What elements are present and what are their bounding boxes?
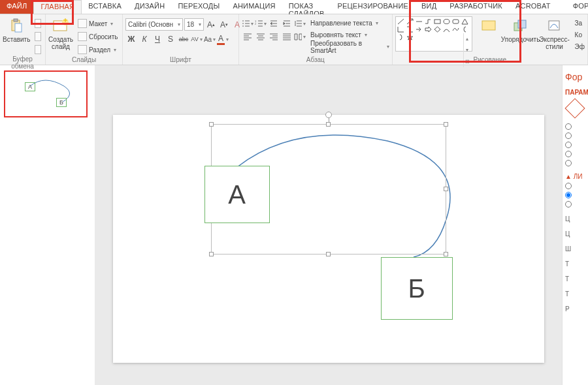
line-option-3[interactable] (565, 201, 585, 208)
tab-view[interactable]: ВИД (415, 0, 443, 14)
increase-indent-button[interactable] (281, 18, 293, 29)
shape-connector-icon[interactable] (424, 18, 433, 25)
line-option-2[interactable] (565, 192, 585, 198)
shapes-gallery[interactable]: ▴ ▾ ⊟ (395, 16, 472, 52)
shrink-font-button[interactable]: A▾ (218, 19, 230, 31)
font-color-button[interactable]: A▾ (217, 33, 229, 45)
shape-effects-button[interactable]: Эф (573, 41, 585, 52)
side-item-1[interactable]: Ц (565, 230, 585, 238)
align-center-button[interactable] (255, 31, 267, 42)
shape-rect-icon[interactable] (433, 18, 442, 25)
new-slide-button[interactable]: Создать слайд (48, 16, 73, 55)
resize-handle-s[interactable] (326, 252, 331, 256)
shape-triangle-icon[interactable] (461, 18, 470, 25)
reset-button[interactable]: Сбросить (76, 31, 120, 42)
char-spacing-button[interactable]: AV▾ (191, 33, 203, 45)
grow-font-button[interactable]: A▴ (205, 19, 217, 31)
fill-option-2[interactable] (565, 132, 585, 139)
font-name-select[interactable]: Calibri (Основн▾ (125, 18, 183, 31)
tab-animation[interactable]: АНИМАЦИЯ (226, 0, 282, 14)
rotate-handle[interactable] (325, 112, 332, 118)
align-right-button[interactable] (268, 31, 280, 42)
fill-option-1[interactable] (565, 123, 585, 130)
quick-styles-button[interactable]: Экспресс- стили (539, 16, 570, 55)
fill-option-4[interactable] (565, 151, 585, 157)
font-size-select[interactable]: 18▾ (184, 18, 204, 31)
text-direction-button[interactable]: Направление текста▾ (308, 18, 389, 29)
resize-handle-ne[interactable] (444, 122, 448, 127)
format-painter-button[interactable] (33, 44, 43, 55)
shape-box-a[interactable]: А (204, 166, 270, 223)
arrange-button[interactable]: Упорядочить (505, 16, 536, 55)
side-item-5[interactable]: Т (565, 290, 585, 298)
shape-arrow-icon[interactable] (406, 18, 415, 25)
shape-line2-icon[interactable] (415, 18, 424, 25)
shape-arrow-block-icon[interactable] (424, 25, 433, 33)
shape-oval-icon[interactable] (442, 18, 451, 25)
tab-insert[interactable]: ВСТАВКА (82, 0, 128, 14)
resize-handle-se[interactable] (444, 252, 448, 256)
shape-box-b[interactable]: Б (381, 257, 453, 320)
shape-star-icon[interactable] (406, 33, 415, 41)
tab-home[interactable]: ГЛАВНАЯ (33, 0, 82, 14)
slide[interactable]: А Б (113, 115, 544, 363)
resize-handle-e[interactable] (444, 187, 448, 191)
resize-handle-n[interactable] (326, 122, 331, 127)
line-spacing-button[interactable]: ▾ (294, 18, 306, 29)
side-item-2[interactable]: Ш (565, 245, 585, 253)
justify-button[interactable] (281, 31, 293, 42)
smartart-button[interactable]: Преобразовать в SmartArt▾ (308, 41, 389, 52)
bullets-button[interactable]: ▾ (242, 18, 253, 29)
shape-fill-button[interactable]: За (573, 18, 585, 29)
shape-brace-l-icon[interactable] (461, 25, 470, 33)
align-left-button[interactable] (242, 31, 253, 42)
shape-brace-r-icon[interactable] (397, 33, 406, 41)
side-item-3[interactable]: Т (565, 260, 585, 268)
fill-option-3[interactable] (565, 142, 585, 148)
shape-preview[interactable] (475, 16, 502, 55)
side-item-0[interactable]: Ц (565, 215, 585, 223)
fill-option-5[interactable] (565, 160, 585, 166)
tab-slideshow[interactable]: ПОКАЗ СЛАЙДОВ (282, 0, 331, 14)
shape-line-icon[interactable] (397, 18, 406, 25)
numbering-button[interactable]: 12▾ (255, 18, 267, 29)
shape-elbow-icon[interactable] (397, 25, 406, 33)
shape-diamond-icon[interactable] (433, 25, 442, 33)
tab-file[interactable]: ФАЙЛ (0, 0, 33, 14)
decrease-indent-button[interactable] (268, 18, 280, 29)
paste-button[interactable]: Вставить (3, 16, 30, 55)
columns-button[interactable]: ▾ (294, 31, 306, 42)
resize-handle-nw[interactable] (209, 122, 214, 127)
bold-button[interactable]: Ж (125, 33, 137, 45)
gallery-up-icon[interactable]: ▴ (464, 33, 471, 44)
shadow-button[interactable]: S (165, 33, 176, 45)
align-text-button[interactable]: Выровнять текст▾ (308, 29, 389, 40)
tab-review[interactable]: РЕЦЕНЗИРОВАНИЕ (331, 0, 415, 14)
slide-canvas[interactable]: А Б (95, 65, 562, 385)
layout-button[interactable]: Макет▾ (76, 18, 120, 29)
italic-button[interactable]: К (139, 33, 150, 45)
slide-thumb-1[interactable]: А Б (4, 70, 88, 117)
tab-developer[interactable]: РАЗРАБОТЧИК (443, 0, 509, 14)
shape-rrect-icon[interactable] (451, 18, 461, 25)
section-button[interactable]: Раздел▾ (76, 44, 120, 55)
shape-outline-button[interactable]: Ко (573, 29, 585, 40)
tab-acrobat[interactable]: ACROBAT (509, 0, 557, 14)
tab-format[interactable]: ФОРМАТ (566, 0, 588, 14)
change-case-button[interactable]: Aa▾ (204, 33, 216, 45)
paint-bucket-icon[interactable] (564, 98, 585, 118)
resize-handle-sw[interactable] (209, 252, 214, 256)
strike-button[interactable]: abc (178, 33, 189, 45)
tab-design[interactable]: ДИЗАЙН (128, 0, 171, 14)
shape-arc-icon[interactable] (442, 25, 451, 33)
line-option-1[interactable] (565, 183, 585, 189)
gallery-down-icon[interactable]: ▾ (464, 44, 471, 55)
tab-transitions[interactable]: ПЕРЕХОДЫ (171, 0, 226, 14)
cut-button[interactable] (33, 18, 43, 29)
side-item-4[interactable]: Т (565, 275, 585, 283)
shape-elbow2-icon[interactable] (406, 25, 415, 33)
side-item-6[interactable]: Р (565, 305, 585, 313)
underline-button[interactable]: Ч (152, 33, 163, 45)
copy-button[interactable] (33, 31, 43, 42)
shape-arrow-right-icon[interactable] (415, 25, 424, 33)
